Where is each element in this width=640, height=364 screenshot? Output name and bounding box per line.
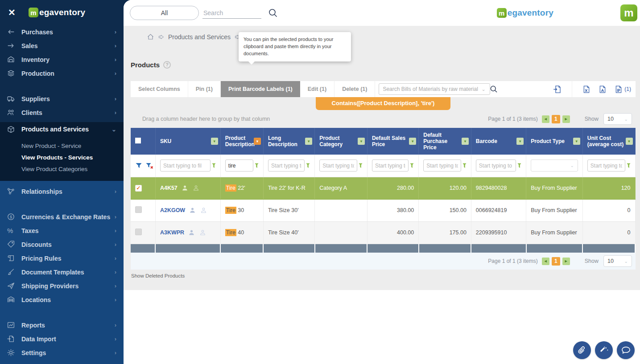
close-icon[interactable]: ✕ [8, 7, 23, 18]
select-all-checkbox[interactable] [135, 138, 141, 143]
sidebar-item-currencies[interactable]: $ Currencies & Exchange Rates› [0, 210, 124, 224]
row-checkbox[interactable] [135, 206, 142, 213]
column-menu-filtered-icon[interactable]: ▼ [254, 138, 261, 145]
header-default-purchase-price[interactable]: Default Purchase Price▼ [419, 128, 471, 155]
bom-search-icon[interactable] [489, 85, 498, 94]
unit-cost-cell: 0 [582, 199, 635, 221]
account-cube-icon[interactable]: m [620, 4, 637, 21]
column-menu-icon[interactable]: ▼ [409, 138, 416, 145]
column-menu-icon[interactable]: ▼ [462, 138, 469, 145]
column-menu-icon[interactable]: ▼ [305, 138, 312, 145]
pagination-current-page[interactable]: 1 [552, 115, 560, 123]
sidebar-item-label: Document Templates [21, 269, 115, 276]
filter-long-description-input[interactable] [268, 160, 305, 172]
share-icon [7, 188, 21, 195]
sidebar-item-label: Settings [21, 349, 115, 356]
pagination-current-page[interactable]: 1 [552, 257, 560, 266]
print-barcode-labels-button[interactable]: Print Barcode Labels (1) [221, 81, 300, 97]
sidebar-item-relationships[interactable]: Relationships› [0, 184, 124, 198]
header-barcode[interactable]: Barcode▼ [471, 128, 526, 155]
home-icon[interactable] [147, 33, 154, 41]
sidebar-item-settings[interactable]: Settings› [0, 346, 124, 360]
column-menu-icon[interactable]: ▼ [626, 138, 633, 145]
filter-product-description-input[interactable] [225, 160, 253, 172]
header-product-type[interactable]: Product Type▼ [526, 128, 583, 155]
filter-unit-cost-input[interactable] [587, 160, 625, 172]
header-product-category[interactable]: Product Category▼ [315, 128, 367, 155]
attachment-button[interactable] [573, 341, 591, 359]
header-unit-cost[interactable]: Unit Cost (average cost)▼ [582, 128, 635, 155]
chevron-down-icon[interactable]: ⌄ [481, 86, 485, 92]
filter-sku-input[interactable] [160, 160, 211, 172]
apply-filter-icon[interactable] [135, 162, 143, 169]
column-menu-icon[interactable]: ▼ [358, 138, 365, 145]
global-search-input[interactable] [202, 8, 261, 19]
sidebar-subitem-view-products-services[interactable]: View Products - Services [0, 151, 124, 163]
sidebar-item-suppliers[interactable]: Suppliers› [0, 92, 124, 106]
chat-button[interactable] [617, 341, 635, 359]
page-size-select[interactable]: 10⌄ [603, 113, 632, 125]
help-icon[interactable]: ? [163, 61, 171, 69]
table-row[interactable]: A3KWPR Tire 40 Tire Size 40' 400.00 175.… [131, 221, 635, 244]
search-scope-dropdown[interactable]: All [130, 6, 199, 20]
sidebar-item-document-templates[interactable]: Document Templates› [0, 265, 124, 279]
sku-link[interactable]: A2KGOW [160, 207, 185, 213]
table-row[interactable]: ✓ A4K57 Tire 22' Tire 22' for K-R Catego… [131, 177, 635, 199]
sidebar-logo[interactable]: m egaventory [29, 8, 85, 17]
show-deleted-products-link[interactable]: Show Deleted Products [131, 270, 636, 290]
filter-barcode-input[interactable] [476, 160, 516, 172]
bom-search-input[interactable] [379, 83, 490, 95]
pagination-next-button[interactable]: ► [562, 115, 570, 123]
clear-filter-icon[interactable] [145, 162, 154, 169]
sidebar-item-production[interactable]: Production› [0, 66, 124, 80]
row-checkbox[interactable] [135, 229, 142, 235]
sku-link[interactable]: A3KWPR [160, 229, 184, 236]
sidebar-item-discounts[interactable]: Discounts› [0, 237, 124, 251]
edit-button[interactable]: Edit (1) [300, 81, 334, 97]
page-size-select[interactable]: 10⌄ [603, 255, 632, 267]
sidebar-item-clients[interactable]: Clients› [0, 106, 124, 119]
filter-default-sales-price-input[interactable] [372, 160, 409, 172]
sidebar-subitem-new-product-service[interactable]: New Product - Service [0, 140, 124, 151]
sidebar-item-taxes[interactable]: % Taxes› [0, 224, 124, 237]
row-checkbox-checked[interactable]: ✓ [135, 185, 142, 192]
sidebar-item-inventory[interactable]: Inventory› [0, 53, 124, 66]
supplier-person-icon [189, 207, 196, 214]
sidebar-item-locations[interactable]: Locations› [0, 293, 124, 307]
sidebar-item-label: Purchases [21, 29, 115, 36]
delete-button[interactable]: Delete (1) [334, 81, 375, 97]
export-pdf-icon[interactable] [595, 85, 611, 94]
pagination-prev-button[interactable]: ◄ [542, 258, 549, 265]
column-menu-icon[interactable]: ▼ [573, 138, 580, 145]
header-product-description[interactable]: Product Description▼ [220, 128, 263, 155]
header-sku[interactable]: SKU▼ [155, 128, 220, 155]
export-excel-icon[interactable] [578, 85, 595, 94]
column-menu-icon[interactable]: ▼ [516, 138, 524, 145]
sidebar-item-data-import[interactable]: Data Import› [0, 332, 124, 346]
column-menu-icon[interactable]: ▼ [211, 138, 218, 145]
filter-default-purchase-price-input[interactable] [423, 160, 461, 172]
export-doc-icon[interactable] [611, 85, 623, 94]
select-columns-button[interactable]: Select Columns [131, 81, 188, 97]
sidebar-item-purchases[interactable]: Purchases› [0, 25, 124, 39]
import-products-icon[interactable] [549, 85, 566, 94]
sidebar-item-products-and-services[interactable]: Products and Services⌄ [0, 122, 124, 136]
search-icon[interactable] [268, 8, 278, 18]
pin-button[interactable]: Pin (1) [188, 81, 221, 97]
pagination-next-button[interactable]: ► [562, 258, 570, 265]
sidebar-subitem-view-product-categories[interactable]: View Product Categories [0, 163, 124, 175]
filter-product-type-select[interactable]: ⌄ [531, 160, 578, 172]
sku-link[interactable]: A4K57 [160, 185, 178, 191]
sidebar-item-reports[interactable]: Reports› [0, 318, 124, 332]
sidebar-item-pricing-rules[interactable]: Pricing Rules› [0, 251, 124, 265]
sidebar-item-shipping-providers[interactable]: Shipping Providers› [0, 279, 124, 293]
breadcrumb-level1[interactable]: Products and Services [168, 33, 231, 41]
header-long-description[interactable]: Long Description▼ [263, 128, 314, 155]
magic-wand-button[interactable] [595, 341, 613, 359]
active-filter-chip[interactable]: Contains([Product Description], 'tire') [316, 97, 451, 110]
pagination-prev-button[interactable]: ◄ [542, 115, 549, 123]
sidebar-item-sales[interactable]: Sales› [0, 39, 124, 53]
filter-product-category-input[interactable] [319, 160, 357, 172]
table-row[interactable]: A2KGOW Tire 30 Tire Size 30' 380.00 150.… [131, 199, 635, 221]
header-default-sales-price[interactable]: Default Sales Price▼ [367, 128, 418, 155]
